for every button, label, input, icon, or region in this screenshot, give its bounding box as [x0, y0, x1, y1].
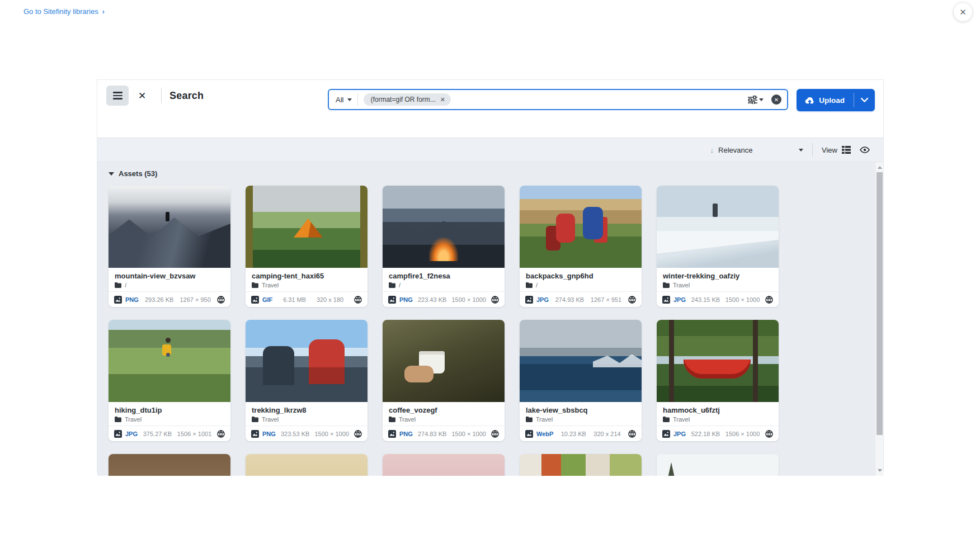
asset-card[interactable] — [657, 454, 779, 476]
asset-card[interactable] — [246, 454, 368, 476]
asset-card[interactable]: hiking_dtu1ip Travel JPG 375.27 KB 1506 … — [109, 320, 230, 441]
asset-folder-label: Travel — [536, 416, 553, 423]
asset-dimensions: 1500 × 1000 — [451, 296, 486, 303]
asset-thumbnail — [109, 454, 230, 476]
chevron-down-icon — [861, 98, 868, 102]
image-file-icon — [525, 430, 533, 438]
asset-thumbnail — [383, 454, 505, 476]
asset-folder-label: Travel — [399, 416, 416, 423]
view-mode-button[interactable] — [842, 146, 851, 154]
assets-section-toggle[interactable]: Assets (53) — [109, 169, 157, 178]
close-search-button[interactable]: ✕ — [131, 86, 153, 106]
asset-meta-bar: JPG 274.93 KB 1267 × 951 — [520, 291, 642, 307]
asset-card[interactable] — [520, 454, 642, 476]
cloud-upload-icon — [805, 97, 814, 104]
asset-picker-dialog: ✕ Search All (format=gif OR form... ✕ — [97, 79, 884, 472]
globe-icon — [765, 296, 773, 304]
upload-button[interactable]: Upload — [797, 89, 854, 111]
asset-folder-label: Travel — [673, 416, 690, 423]
asset-title: hiking_dtu1ip — [115, 406, 224, 414]
scroll-up-arrow[interactable] — [875, 163, 883, 172]
asset-meta-bar: PNG 223.43 KB 1500 × 1000 — [383, 291, 505, 307]
asset-meta-bar: GIF 6.31 MB 320 x 180 — [246, 291, 368, 307]
asset-folder-label: Travel — [262, 416, 279, 423]
asset-format-label: JPG — [536, 296, 549, 303]
advanced-filters-button[interactable] — [748, 96, 764, 104]
asset-card[interactable]: mountain-view_bzvsaw / PNG 293.26 KB 126… — [109, 186, 230, 307]
asset-card[interactable]: backpacks_gnp6hd / JPG 274.93 KB 1267 × … — [520, 186, 642, 307]
folder-icon — [252, 282, 258, 288]
asset-format-label: PNG — [262, 431, 276, 437]
menu-toggle-button[interactable] — [106, 86, 129, 106]
search-scope-select[interactable]: All — [336, 96, 357, 104]
scroll-down-arrow[interactable] — [875, 466, 883, 475]
asset-size: 6.31 MB — [283, 296, 306, 303]
asset-size: 243.15 KB — [691, 296, 720, 303]
asset-meta-bar: JPG 522.18 KB 1506 × 1000 — [657, 425, 779, 441]
sliders-icon — [748, 96, 757, 104]
chevron-down-icon — [799, 149, 803, 152]
image-file-icon — [251, 296, 259, 304]
asset-meta-bar: WebP 10.23 KB 320 x 214 — [520, 425, 642, 441]
asset-dimensions: 1500 × 1000 — [725, 296, 760, 303]
asset-card[interactable] — [109, 454, 230, 476]
folder-icon — [115, 282, 121, 288]
sort-select[interactable]: Relevance — [718, 146, 803, 154]
image-file-icon — [662, 430, 670, 438]
asset-title: backpacks_gnp6hd — [526, 272, 635, 280]
asset-info: hiking_dtu1ip Travel — [109, 402, 230, 425]
back-to-libraries-link[interactable]: Go to Sitefinity libraries › — [23, 7, 105, 16]
asset-format-label: JPG — [673, 431, 686, 437]
globe-icon — [765, 430, 773, 438]
clear-search-button[interactable]: ✕ — [771, 94, 781, 105]
asset-card[interactable]: coffee_vozegf Travel PNG 274.83 KB 1500 … — [383, 320, 505, 441]
asset-card[interactable] — [383, 454, 505, 476]
asset-info: camping-tent_haxi65 Travel — [246, 268, 368, 291]
asset-thumbnail — [109, 320, 230, 402]
asset-card[interactable]: lake-view_sbsbcq Travel WebP 10.23 KB 32… — [520, 320, 642, 441]
filter-chip-label: (format=gif OR form... — [370, 96, 435, 103]
asset-format-label: PNG — [399, 296, 413, 303]
asset-size: 293.26 KB — [145, 296, 173, 303]
asset-info: winter-trekking_oafziy Travel — [657, 268, 779, 291]
asset-card[interactable]: winter-trekking_oafziy Travel JPG 243.15… — [657, 186, 779, 307]
asset-folder-label: / — [399, 282, 401, 289]
asset-format: GIF — [251, 296, 272, 304]
search-input[interactable] — [451, 90, 748, 109]
asset-card[interactable]: hammock_u6fztj Travel JPG 522.18 KB 1506… — [657, 320, 779, 441]
sort-direction-icon[interactable]: ↓ — [710, 146, 714, 154]
vertical-scrollbar[interactable] — [875, 162, 883, 476]
asset-folder: / — [115, 282, 224, 289]
asset-format-label: JPG — [673, 296, 686, 303]
asset-thumbnail — [520, 320, 642, 402]
filter-chip[interactable]: (format=gif OR form... ✕ — [364, 93, 451, 106]
asset-thumbnail — [246, 320, 368, 402]
globe-icon — [354, 296, 362, 304]
asset-thumbnail — [657, 320, 779, 402]
preview-toggle-button[interactable] — [860, 146, 870, 153]
results-toolbar: ↓ Relevance View — [97, 138, 883, 162]
asset-title: coffee_vozegf — [389, 406, 498, 414]
asset-card[interactable]: camping-tent_haxi65 Travel GIF 6.31 MB 3… — [246, 186, 368, 307]
asset-thumbnail — [246, 186, 368, 268]
upload-label: Upload — [819, 96, 845, 105]
asset-size: 522.18 KB — [691, 431, 720, 437]
scrollbar-thumb[interactable] — [877, 172, 883, 435]
asset-format-label: PNG — [399, 431, 413, 437]
asset-dimensions: 1267 × 951 — [591, 296, 621, 303]
chip-remove-icon[interactable]: ✕ — [440, 96, 445, 103]
asset-format: PNG — [388, 430, 413, 438]
asset-folder: Travel — [663, 416, 772, 423]
image-file-icon — [388, 296, 396, 304]
asset-meta-bar: JPG 375.27 KB 1506 × 1001 — [109, 425, 230, 441]
asset-card[interactable]: trekking_lkrzw8 Travel PNG 323.53 KB 150… — [246, 320, 368, 441]
upload-options-button[interactable] — [854, 89, 875, 111]
asset-title: hammock_u6fztj — [663, 406, 772, 414]
asset-folder: Travel — [526, 416, 635, 423]
page-close-button[interactable]: ✕ — [953, 2, 973, 22]
asset-format: PNG — [114, 296, 139, 304]
asset-thumbnail — [657, 454, 779, 476]
asset-card[interactable]: campfire1_f2nesa / PNG 223.43 KB 1500 × … — [383, 186, 505, 307]
asset-title: winter-trekking_oafziy — [663, 272, 772, 280]
image-file-icon — [251, 430, 259, 438]
